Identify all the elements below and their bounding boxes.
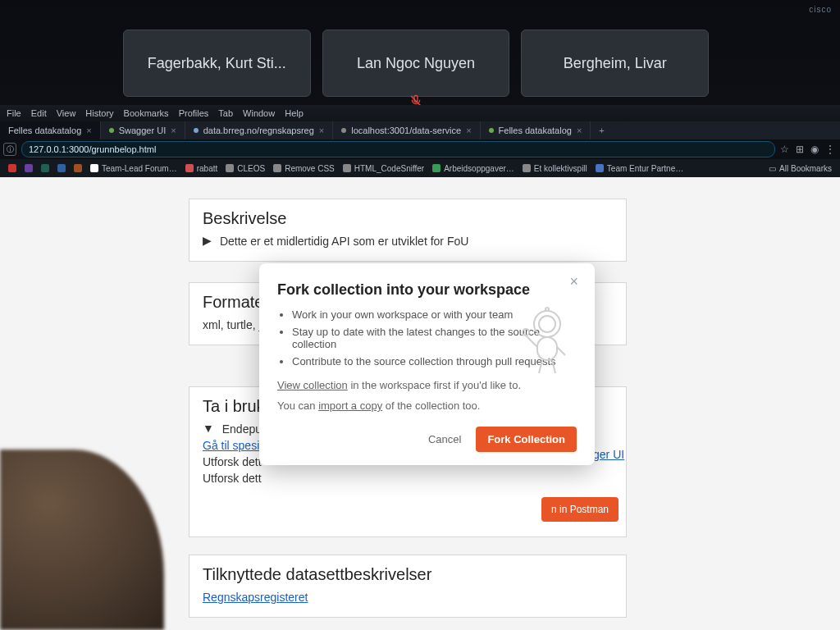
close-icon[interactable]: × xyxy=(466,126,471,135)
menu-item[interactable]: File xyxy=(7,108,21,118)
bookmark-item[interactable]: Team-Lead Forum… xyxy=(90,164,177,173)
menu-item[interactable]: Bookmarks xyxy=(124,108,169,118)
menu-item[interactable]: Tab xyxy=(218,108,233,118)
disclosure-icon[interactable]: ▼ xyxy=(203,422,214,435)
menu-item[interactable]: Window xyxy=(243,108,275,118)
browser-tab[interactable]: data.brreg.no/regnskapsreg × xyxy=(185,121,334,139)
star-icon[interactable]: ☆ xyxy=(780,144,789,155)
all-bookmarks[interactable]: ▭All Bookmarks xyxy=(769,164,832,173)
svg-point-5 xyxy=(523,329,529,336)
svg-line-8 xyxy=(552,360,555,373)
menu-item[interactable]: Edit xyxy=(31,108,47,118)
app-menubar: File Edit View History Bookmarks Profile… xyxy=(0,105,840,121)
astronaut-illustration xyxy=(518,299,577,378)
browser-tab[interactable]: Felles datakatalog × xyxy=(0,121,101,139)
menu-item[interactable]: History xyxy=(85,108,113,118)
svg-point-2 xyxy=(539,316,555,332)
modal-hint-view: View collection in the workspace first i… xyxy=(277,379,577,391)
browser-tabstrip: Felles datakatalog × Swagger UI × data.b… xyxy=(0,121,840,139)
import-copy-link[interactable]: import a copy xyxy=(318,399,382,412)
browser-tab[interactable]: localhost:3001/data-service × xyxy=(333,121,480,139)
bookmark-item[interactable]: Et kollektivspill xyxy=(523,164,587,173)
browser-tab[interactable]: Swagger UI × xyxy=(101,121,185,139)
view-collection-link[interactable]: View collection xyxy=(277,379,348,391)
bookmark-item[interactable] xyxy=(57,164,66,172)
close-icon[interactable]: × xyxy=(577,126,582,135)
tab-label: localhost:3001/data-service xyxy=(351,126,461,135)
bookmarks-bar: Team-Lead Forum… rabatt CLEOS Remove CSS… xyxy=(0,159,840,177)
bookmark-item[interactable] xyxy=(41,164,49,172)
bookmark-item[interactable] xyxy=(74,164,82,172)
participant-tile[interactable]: Lan Ngoc Nguyen xyxy=(322,30,510,97)
close-icon[interactable]: × xyxy=(171,126,176,135)
favicon-icon xyxy=(341,128,346,133)
favicon-icon xyxy=(489,128,494,133)
tab-label: data.brreg.no/regnskapsreg xyxy=(203,126,314,135)
svg-line-7 xyxy=(539,360,542,373)
url-bar: ⓘ 127.0.0.1:3000/grunnbelop.html ☆ ⊞ ◉ ⋮ xyxy=(0,139,840,159)
new-tab-button[interactable]: + xyxy=(591,126,612,135)
section-tilknyttede: Tilknyttede datasettbeskrivelser Regnska… xyxy=(189,555,627,618)
run-in-postman-button[interactable]: n in Postman xyxy=(541,497,619,522)
cancel-button[interactable]: Cancel xyxy=(425,427,464,452)
url-text: 127.0.0.1:3000/grunnbelop.html xyxy=(29,144,156,154)
section-body: ▶ Dette er et midlertidig API som er utv… xyxy=(203,235,613,248)
close-icon[interactable]: × xyxy=(86,126,91,135)
participant-name: Bergheim, Livar xyxy=(564,55,667,72)
avatar-icon[interactable]: ◉ xyxy=(810,144,819,155)
menu-item[interactable]: Profiles xyxy=(179,108,209,118)
tab-label: Felles datakatalog xyxy=(499,126,572,135)
bookmark-item[interactable]: rabatt xyxy=(185,164,218,173)
participant-tile[interactable]: Fagerbakk, Kurt Sti... xyxy=(123,30,311,97)
bookmark-item[interactable]: HTML_CodeSniffer xyxy=(343,164,424,173)
modal-title: Fork collection into your workspace xyxy=(277,281,577,299)
menu-item[interactable]: Help xyxy=(285,108,304,118)
bookmark-item[interactable] xyxy=(25,164,33,172)
section-title: Beskrivelse xyxy=(203,209,613,228)
svg-line-6 xyxy=(557,347,565,355)
bookmark-item[interactable]: Team Entur Partne… xyxy=(596,164,683,173)
fork-collection-modal: × Fork collection into your workspace Wo… xyxy=(259,263,595,465)
url-input[interactable]: 127.0.0.1:3000/grunnbelop.html xyxy=(21,141,775,158)
site-info-icon[interactable]: ⓘ xyxy=(3,143,16,156)
participant-name: Fagerbakk, Kurt Sti... xyxy=(148,55,286,72)
extensions-icon[interactable]: ⊞ xyxy=(796,144,804,155)
close-icon[interactable]: × xyxy=(319,126,324,135)
svg-line-4 xyxy=(526,336,537,347)
svg-point-9 xyxy=(546,308,549,311)
participant-tile[interactable]: Bergheim, Livar xyxy=(521,30,709,97)
section-title: Tilknyttede datasettbeskrivelser xyxy=(203,565,613,584)
tab-label: Felles datakatalog xyxy=(8,126,81,135)
fork-collection-button[interactable]: Fork Collection xyxy=(476,427,577,452)
bookmark-item[interactable]: Arbeidsoppgaver… xyxy=(432,164,514,173)
call-participant-bar: Fagerbakk, Kurt Sti... Lan Ngoc Nguyen B… xyxy=(123,30,709,97)
bookmark-item[interactable]: CLEOS xyxy=(226,164,265,173)
modal-hint-import: You can import a copy of the collection … xyxy=(277,399,577,412)
regnskapsregisteret-link[interactable]: Regnskapsregisteret xyxy=(203,591,308,604)
disclosure-icon[interactable]: ▶ xyxy=(203,234,212,247)
svg-rect-3 xyxy=(537,337,557,360)
kebab-icon[interactable]: ⋮ xyxy=(825,144,835,155)
participant-name: Lan Ngoc Nguyen xyxy=(357,55,475,72)
section-beskrivelse: Beskrivelse ▶ Dette er et midlertidig AP… xyxy=(189,199,627,262)
close-icon[interactable]: × xyxy=(564,273,583,290)
favicon-icon xyxy=(194,128,199,133)
bookmark-item[interactable]: Remove CSS xyxy=(273,164,335,173)
utforsk-row: Utforsk dett xyxy=(203,472,613,485)
menu-item[interactable]: View xyxy=(57,108,76,118)
favicon-icon xyxy=(109,128,114,133)
browser-tab[interactable]: Felles datakatalog × xyxy=(481,121,591,139)
tab-label: Swagger UI xyxy=(119,126,166,135)
bookmark-item[interactable] xyxy=(8,164,16,172)
